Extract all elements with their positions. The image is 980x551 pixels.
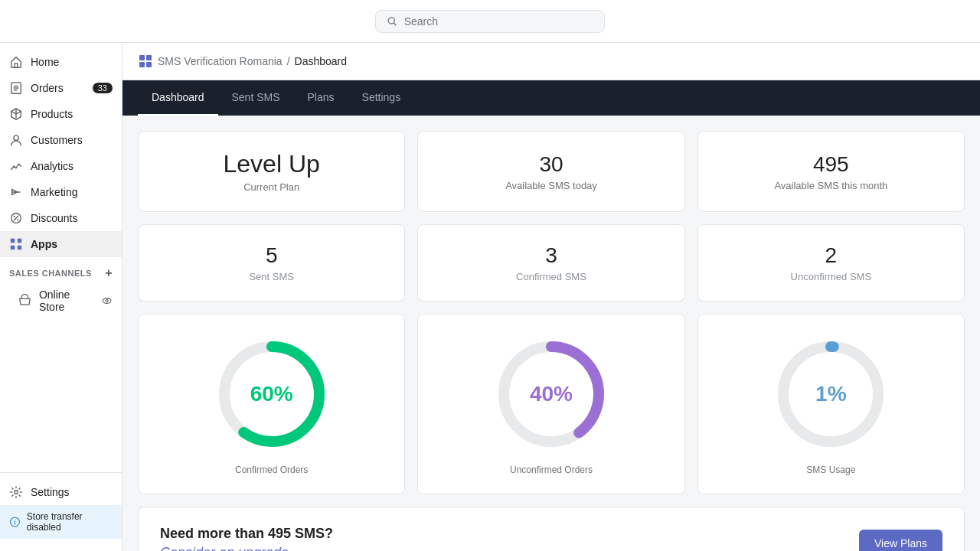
svg-rect-6 [11,246,15,249]
add-sales-channel-icon[interactable]: + [105,266,113,280]
sidebar-bottom: Settings Store transfer disabled [0,472,122,545]
analytics-icon [9,159,23,173]
sidebar-label-orders: Orders [31,82,64,94]
sidebar-item-apps[interactable]: Apps [0,231,122,257]
upgrade-banner: Need more than 495 SMS? Consider an upgr… [138,507,965,551]
stat-value: 5 [266,243,278,268]
upgrade-text: Need more than 495 SMS? Consider an upgr… [160,526,333,551]
store-transfer-banner: Store transfer disabled [0,505,122,539]
donut-label-confirmed-orders: 60% [250,382,293,406]
search-icon [387,15,398,28]
tab-dashboard[interactable]: Dashboard [138,80,218,116]
sidebar-label-marketing: Marketing [31,186,77,198]
svg-rect-5 [18,239,21,243]
svg-point-2 [14,135,18,140]
stat-value: 2 [825,243,838,268]
sidebar-item-orders[interactable]: Orders33 [0,75,122,101]
tab-nav: DashboardSent SMSPlansSettings [122,80,980,116]
breadcrumb-separator: / [287,55,290,67]
svg-point-10 [15,491,18,494]
upgrade-subtitle: Consider an upgrade [160,545,333,551]
donut-percent: 1% [815,382,846,406]
view-plans-button[interactable]: View Plans [859,530,942,551]
tab-sent-sms[interactable]: Sent SMS [218,80,294,116]
settings-icon [9,485,23,499]
stat-label: Unconfirmed SMS [791,271,871,282]
tab-plans[interactable]: Plans [294,80,348,116]
sidebar-label-apps: Apps [31,238,57,250]
sidebar: HomeOrders33ProductsCustomersAnalyticsMa… [0,43,122,551]
svg-point-0 [388,17,394,23]
stat-card-row2-0: 5Sent SMS [138,224,405,302]
svg-point-12 [15,520,15,520]
stat-label: Available SMS today [505,180,597,191]
eye-icon[interactable] [101,295,113,307]
stat-card-row1-1: 30Available SMS today [417,131,684,212]
donut-container-confirmed-orders: 60% [211,333,333,455]
settings-label: Settings [31,486,70,498]
search-bar[interactable] [375,10,605,33]
svg-rect-16 [146,62,152,67]
svg-rect-13 [139,55,145,60]
stat-label: Available SMS this month [774,180,887,191]
svg-point-8 [103,298,111,304]
stat-label: Sent SMS [249,271,294,282]
stat-card-row2-2: 2Unconfirmed SMS [697,224,965,302]
donut-container-sms-usage: 1% [769,333,892,455]
stat-value: 495 [813,152,849,177]
discounts-icon [9,211,23,225]
products-icon [9,107,23,121]
donut-percent: 60% [250,382,293,406]
online-store-label: Online Store [39,289,95,313]
donut-desc-unconfirmed-orders: Unconfirmed Orders [510,465,593,475]
donut-percent: 40% [530,382,573,406]
orders-badge: 33 [93,83,113,93]
sidebar-item-products[interactable]: Products [0,101,122,127]
chart-card-confirmed-orders: 60% Confirmed Orders [138,314,405,494]
stats-row2: 5Sent SMS3Confirmed SMS2Unconfirmed SMS [138,224,965,302]
sidebar-item-marketing[interactable]: Marketing [0,179,122,205]
customers-icon [9,133,23,147]
search-input[interactable] [404,15,593,28]
main-content: SMS Verification Romania / Dashboard Das… [122,43,980,551]
tab-settings[interactable]: Settings [348,80,415,116]
donut-label-unconfirmed-orders: 40% [530,382,573,406]
stat-label: Current Plan [243,181,299,193]
sidebar-item-customers[interactable]: Customers [0,127,122,153]
stat-card-row1-0: Level UpCurrent Plan [138,131,405,212]
upgrade-title: Need more than 495 SMS? [160,526,333,542]
sidebar-item-analytics[interactable]: Analytics [0,153,122,179]
chart-card-unconfirmed-orders: 40% Unconfirmed Orders [417,314,684,494]
svg-point-9 [106,299,108,302]
sidebar-item-discounts[interactable]: Discounts [0,205,122,231]
svg-rect-7 [18,246,21,249]
svg-rect-15 [139,62,145,67]
app-icon [138,54,153,69]
sidebar-item-settings[interactable]: Settings [0,479,122,505]
sidebar-label-products: Products [31,108,73,120]
stat-value: Level Up [224,150,320,178]
donut-desc-sms-usage: SMS Usage [806,465,855,475]
donut-desc-confirmed-orders: Confirmed Orders [235,465,308,475]
stat-value: 3 [545,243,557,268]
stats-row1: Level UpCurrent Plan30Available SMS toda… [138,131,965,212]
sidebar-item-online-store[interactable]: Online Store [0,283,122,318]
stat-card-row1-2: 495Available SMS this month [697,131,965,212]
stat-value: 30 [539,152,563,177]
sidebar-label-customers: Customers [31,134,83,146]
apps-icon [9,237,23,251]
info-icon [9,516,21,528]
svg-rect-14 [146,55,152,60]
online-store-icon [18,294,31,308]
stat-label: Confirmed SMS [516,271,586,282]
sidebar-item-home[interactable]: Home [0,49,122,75]
stat-card-row2-1: 3Confirmed SMS [417,224,684,302]
donut-container-unconfirmed-orders: 40% [490,333,612,455]
charts-row: 60% Confirmed Orders 40% Unconfirmed Ord… [138,314,965,494]
chart-card-sms-usage: 1% SMS Usage [697,314,965,494]
home-icon [9,55,23,69]
breadcrumb-current: Dashboard [295,55,348,67]
donut-label-sms-usage: 1% [815,382,846,406]
store-transfer-label: Store transfer disabled [27,511,113,533]
breadcrumb-app-name[interactable]: SMS Verification Romania [158,55,283,67]
